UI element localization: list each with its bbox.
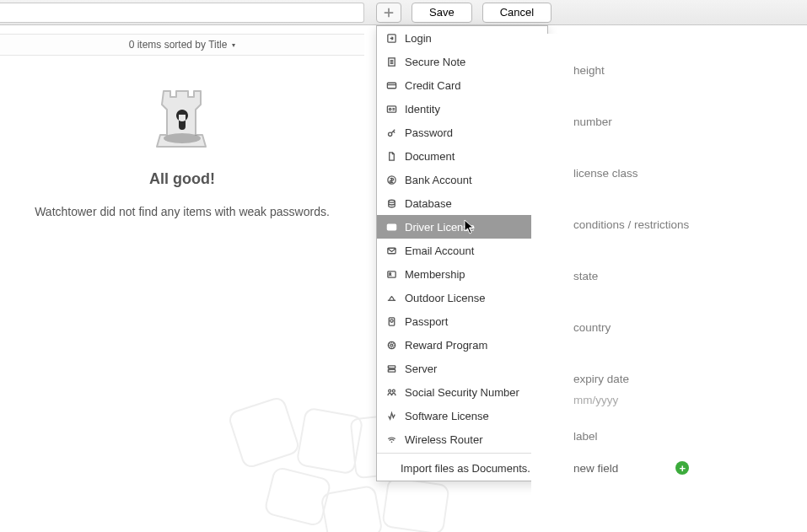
menu-item-email-account[interactable]: Email Account — [377, 239, 547, 262]
menu-item-label: Membership — [405, 268, 465, 281]
decorative-shape — [320, 485, 383, 532]
menu-item-label: Bank Account — [405, 174, 472, 186]
svg-point-14 — [390, 295, 391, 296]
menu-item-bank-account[interactable]: Bank Account — [377, 168, 547, 191]
note-icon — [385, 56, 397, 67]
menu-item-secure-note[interactable]: Secure Note — [377, 50, 547, 73]
svg-rect-12 — [387, 271, 395, 277]
email-icon — [385, 245, 397, 256]
menu-item-label: Reward Program — [405, 339, 487, 352]
menu-item-document[interactable]: Document — [377, 144, 547, 168]
search-wrap — [0, 0, 364, 24]
menu-item-identity[interactable]: Identity — [377, 97, 547, 121]
menu-item-label: Server — [405, 363, 437, 375]
menu-item-label: Secure Note — [405, 56, 465, 68]
menu-item-label: Database — [405, 197, 452, 210]
field-label-height[interactable]: height — [573, 64, 790, 77]
menu-item-driver-license[interactable]: Driver License — [377, 215, 547, 239]
item-detail-form: height number license class conditions /… — [531, 34, 807, 507]
menu-item-wireless-router[interactable]: Wireless Router — [377, 427, 547, 451]
menu-item-passport[interactable]: Passport — [377, 309, 547, 333]
menu-item-label: Outdoor License — [405, 292, 485, 304]
key-icon — [385, 126, 397, 138]
svg-rect-3 — [387, 83, 395, 89]
svg-rect-15 — [389, 317, 395, 325]
new-field-label: new field — [573, 462, 618, 475]
field-label-license-class[interactable]: license class — [573, 167, 790, 180]
credit-card-icon — [385, 79, 397, 91]
menu-item-database[interactable]: Database — [377, 191, 547, 215]
new-item-category-menu: LoginSecure NoteCredit CardIdentityPassw… — [376, 25, 548, 481]
add-field-icon[interactable]: + — [675, 461, 689, 475]
menu-item-server[interactable]: Server — [377, 357, 547, 380]
menu-item-credit-card[interactable]: Credit Card — [377, 73, 547, 97]
menu-item-label: Credit Card — [405, 79, 460, 92]
toolbar: Save Cancel — [0, 0, 807, 25]
menu-item-membership[interactable]: Membership — [377, 262, 547, 286]
reward-icon — [385, 339, 397, 351]
menu-item-outdoor-license[interactable]: Outdoor License — [377, 286, 547, 309]
field-label-conditions[interactable]: conditions / restrictions — [573, 218, 790, 231]
caret-down-icon: ▾ — [232, 41, 235, 49]
field-label-state[interactable]: state — [573, 270, 790, 282]
add-button[interactable] — [376, 3, 401, 23]
decorative-shape — [227, 395, 301, 470]
menu-item-label: Email Account — [405, 245, 474, 257]
menu-item-label: Passport — [405, 315, 448, 328]
license-icon — [385, 221, 397, 233]
menu-item-label: Software License — [405, 410, 489, 422]
menu-item-password[interactable]: Password — [377, 121, 547, 144]
svg-point-10 — [389, 226, 390, 228]
menu-item-software-license[interactable]: Software License — [377, 404, 547, 427]
login-icon — [385, 32, 397, 44]
add-new-field-row[interactable]: new field + — [573, 461, 790, 475]
svg-point-25 — [390, 441, 392, 443]
membership-icon — [385, 268, 397, 280]
software-icon — [385, 410, 397, 422]
field-label-country[interactable]: country — [573, 321, 790, 334]
menu-item-login[interactable]: Login — [377, 26, 547, 50]
outdoor-icon — [385, 292, 397, 304]
svg-point-18 — [390, 344, 393, 347]
menu-item-reward-program[interactable]: Reward Program — [377, 333, 547, 357]
empty-title: All good! — [149, 170, 215, 188]
cancel-button[interactable]: Cancel — [482, 3, 551, 23]
menu-item-label: Login — [405, 32, 432, 45]
decorative-shape — [381, 476, 450, 532]
svg-point-23 — [388, 390, 390, 392]
document-icon — [385, 150, 397, 162]
menu-item-social-security-number[interactable]: Social Security Number — [377, 380, 547, 404]
wifi-icon — [385, 433, 397, 445]
server-icon — [385, 363, 397, 374]
svg-point-22 — [389, 370, 390, 371]
save-button[interactable]: Save — [412, 3, 472, 23]
svg-point-21 — [389, 366, 390, 367]
search-input[interactable] — [0, 3, 364, 23]
svg-point-0 — [164, 133, 201, 143]
field-label-label[interactable]: label — [573, 430, 790, 443]
passport-icon — [385, 315, 397, 327]
database-icon — [385, 197, 397, 209]
watchtower-rook-icon — [148, 71, 216, 150]
menu-item-label: Password — [405, 126, 453, 139]
field-label-number[interactable]: number — [573, 116, 790, 128]
menu-item-label: Social Security Number — [405, 386, 519, 399]
svg-point-8 — [388, 200, 394, 202]
bank-icon — [385, 174, 397, 185]
menu-item-label: Driver License — [405, 221, 475, 234]
expiry-placeholder[interactable]: mm/yyyy — [573, 394, 790, 406]
menu-item-label: Identity — [405, 103, 440, 116]
field-label-expiry[interactable]: expiry date — [573, 373, 790, 385]
list-sort-label: 0 items sorted by Title — [129, 39, 228, 51]
plus-icon — [383, 7, 395, 19]
watchtower-empty-state: All good! Watchtower did not find any it… — [0, 56, 364, 218]
menu-item-label: Document — [405, 150, 455, 163]
list-sort-header[interactable]: 0 items sorted by Title ▾ — [0, 34, 364, 56]
svg-point-13 — [389, 272, 390, 274]
menu-import-files[interactable]: Import files as Documents... — [377, 455, 547, 481]
menu-item-label: Wireless Router — [405, 433, 482, 446]
menu-separator — [377, 453, 547, 454]
empty-subtitle: Watchtower did not find any items with w… — [35, 205, 330, 218]
svg-point-16 — [390, 319, 392, 321]
svg-point-24 — [392, 390, 395, 392]
